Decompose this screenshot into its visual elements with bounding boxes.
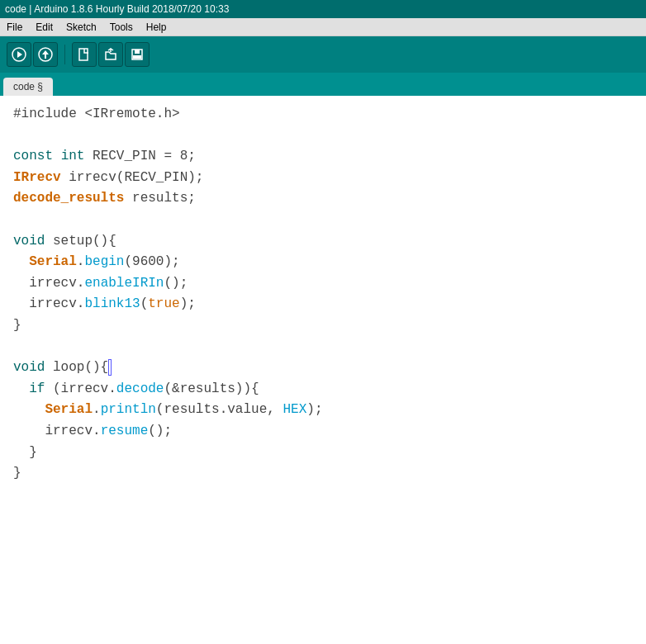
- tab-bar: code §: [0, 73, 646, 96]
- svg-rect-4: [45, 54, 46, 59]
- code-line-13: void loop(){​: [13, 358, 633, 379]
- toolbar-right-buttons: [72, 42, 150, 67]
- code-editor[interactable]: #include <IRremote.h> const int RECV_PIN…: [0, 96, 646, 644]
- menu-file[interactable]: File: [0, 20, 29, 35]
- verify-icon: [12, 47, 26, 62]
- code-line-10: irrecv.blink13(true);: [13, 294, 633, 315]
- svg-rect-9: [133, 55, 141, 59]
- toolbar: [0, 36, 646, 73]
- save-button[interactable]: [125, 42, 150, 67]
- upload-button[interactable]: [33, 42, 58, 67]
- code-line-3: const int RECV_PIN = 8;: [13, 146, 633, 168]
- menu-help[interactable]: Help: [140, 20, 173, 35]
- tab-label: code §: [13, 81, 43, 92]
- code-line-16: irrecv.resume();: [13, 421, 633, 443]
- code-line-14: if (irrecv.decode(&results)){: [13, 379, 633, 400]
- save-icon: [131, 48, 144, 61]
- toolbar-left-buttons: [7, 42, 58, 67]
- code-line-6: [13, 210, 633, 231]
- svg-rect-8: [135, 50, 140, 54]
- menu-bar: File Edit Sketch Tools Help: [0, 18, 646, 36]
- code-line-9: irrecv.enableIRIn();: [13, 273, 633, 295]
- code-line-17: }: [13, 443, 633, 464]
- svg-rect-5: [79, 49, 88, 60]
- menu-tools[interactable]: Tools: [103, 20, 140, 35]
- code-line-2: [13, 125, 633, 147]
- new-button[interactable]: [72, 42, 97, 67]
- code-line-7: void setup(){: [13, 231, 633, 253]
- title-bar: code | Arduino 1.8.6 Hourly Build 2018/0…: [0, 0, 646, 18]
- svg-marker-1: [17, 51, 22, 58]
- code-line-18: }: [13, 463, 633, 485]
- upload-icon: [38, 47, 53, 62]
- open-button[interactable]: [98, 42, 123, 67]
- svg-marker-3: [42, 50, 49, 54]
- code-line-1: #include <IRremote.h>: [13, 104, 633, 125]
- code-tab[interactable]: code §: [3, 78, 53, 96]
- code-line-12: [13, 337, 633, 358]
- new-icon: [78, 48, 91, 61]
- code-line-5: decode_results results;: [13, 188, 633, 210]
- title-text: code | Arduino 1.8.6 Hourly Build 2018/0…: [5, 3, 229, 15]
- open-icon: [104, 48, 117, 61]
- toolbar-separator-1: [64, 45, 65, 64]
- verify-button[interactable]: [7, 42, 31, 67]
- cursor: ​: [108, 359, 112, 376]
- menu-edit[interactable]: Edit: [29, 20, 59, 35]
- code-line-11: }: [13, 315, 633, 337]
- code-line-8: Serial.begin(9600);: [13, 252, 633, 273]
- code-line-4: IRrecv irrecv(RECV_PIN);: [13, 168, 633, 189]
- code-line-15: Serial.println(results.value, HEX);: [13, 400, 633, 421]
- menu-sketch[interactable]: Sketch: [59, 20, 103, 35]
